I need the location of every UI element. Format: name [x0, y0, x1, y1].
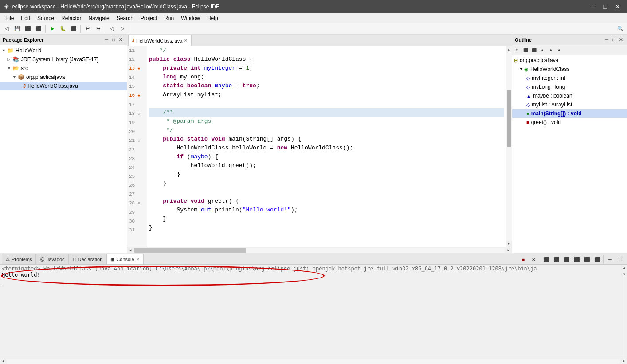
- menu-edit[interactable]: Edit: [17, 14, 34, 22]
- minimize-button[interactable]: ─: [587, 2, 599, 12]
- bottom-tab-console[interactable]: ▣ Console ✕: [106, 254, 143, 264]
- javadoc-icon: @: [40, 257, 44, 262]
- code-line-30: }: [149, 215, 504, 223]
- toolbar-btn-4[interactable]: ↩: [82, 24, 92, 34]
- outline-item-myinteger[interactable]: ◇ myInteger : int: [512, 74, 627, 82]
- maximize-button[interactable]: □: [600, 2, 611, 12]
- outline-item-greet[interactable]: ■ greet() : void: [512, 118, 627, 127]
- window-title: eclipse-workspace - HelloWorld/src/org/p…: [12, 4, 219, 10]
- scroll-right-arrow[interactable]: ►: [506, 248, 512, 252]
- editor-tab-helloworld[interactable]: J HelloWorldClass.java ✕: [128, 35, 192, 46]
- pe-minimize-btn[interactable]: ─: [103, 36, 110, 43]
- bottom-btn-1[interactable]: ⬛: [541, 254, 551, 264]
- tree-item-helloworld[interactable]: ▼ 📁 HelloWorld: [0, 46, 127, 55]
- h-scroll-thumb[interactable]: [134, 248, 246, 253]
- outline-item-class[interactable]: ▼ ◉ HelloWorldClass: [512, 65, 627, 74]
- console-content[interactable]: <terminated> HelloWorldClass [Java Appli…: [0, 265, 627, 358]
- tree-item-javafile[interactable]: J HelloWorldClass.java: [0, 82, 127, 90]
- toolbar-nav-next[interactable]: ▷: [118, 24, 127, 34]
- outline-btn-3[interactable]: ⬛: [530, 46, 538, 54]
- outline-btn-6[interactable]: ●: [555, 46, 563, 54]
- console-stop-btn[interactable]: ■: [518, 254, 528, 264]
- tree-arrow-package: ▼: [12, 75, 18, 79]
- scroll-thumb[interactable]: [507, 90, 511, 147]
- outline-label-maybe: maybe : boolean: [533, 93, 572, 99]
- pe-maximize-btn[interactable]: □: [110, 36, 117, 43]
- outline-btn-1[interactable]: ⇕: [513, 46, 521, 54]
- console-scrollbar-h[interactable]: ◄ ►: [0, 358, 627, 364]
- toolbar-save-btn[interactable]: 💾: [12, 24, 22, 34]
- outline-minimize-btn[interactable]: ─: [603, 36, 610, 43]
- bottom-btn-2[interactable]: ⬛: [552, 254, 561, 264]
- editor-scrollbar-v[interactable]: ▲ ▼: [506, 46, 512, 247]
- code-editor[interactable]: 11 12 13 ◆ 14 15 16 ◆ 17 18 ⊖ 19 20 21 ⊖…: [127, 46, 512, 247]
- console-input-line[interactable]: [2, 278, 625, 284]
- toolbar-btn-3[interactable]: ⬛: [69, 24, 78, 34]
- toolbar-back-btn[interactable]: ◁: [2, 24, 12, 34]
- menu-refactor[interactable]: Refactor: [58, 14, 85, 22]
- console-clear-btn[interactable]: ✕: [529, 254, 538, 264]
- toolbar-btn-2[interactable]: ⬛: [34, 24, 43, 34]
- pe-close-btn[interactable]: ✕: [117, 36, 124, 43]
- scroll-down-arrow[interactable]: ▼: [506, 241, 512, 247]
- toolbar-search-btn[interactable]: 🔍: [615, 24, 625, 34]
- bottom-btn-5[interactable]: ⬛: [582, 254, 592, 264]
- console-scroll-left[interactable]: ◄: [0, 359, 6, 363]
- console-h-track[interactable]: [7, 359, 620, 364]
- scroll-left-arrow[interactable]: ◄: [127, 248, 133, 252]
- bottom-minimize-btn[interactable]: ─: [605, 254, 615, 264]
- outline-item-mylist[interactable]: ◇ myList : ArrayList: [512, 100, 627, 109]
- outline-item-mylong[interactable]: ◇ myLong : long: [512, 82, 627, 91]
- h-scroll-track[interactable]: [134, 248, 505, 253]
- menu-search[interactable]: Search: [113, 14, 137, 22]
- toolbar-nav-prev[interactable]: ◁: [107, 24, 117, 34]
- toolbar-btn-5[interactable]: ↪: [93, 24, 103, 34]
- console-tab-close[interactable]: ✕: [136, 257, 140, 262]
- menu-window[interactable]: Window: [177, 14, 204, 22]
- outline-maximize-btn[interactable]: □: [610, 36, 617, 43]
- toolbar-run-btn[interactable]: ▶: [47, 24, 57, 34]
- bottom-tab-problems[interactable]: ⚠ Problems: [2, 254, 36, 264]
- bottom-btn-3[interactable]: ⬛: [562, 254, 572, 264]
- outline-item-pkg[interactable]: ⊞ org.practicaljava: [512, 56, 627, 65]
- console-scroll-up[interactable]: ▲: [621, 265, 627, 271]
- scroll-track[interactable]: [506, 52, 512, 241]
- menu-project[interactable]: Project: [137, 14, 161, 22]
- close-button[interactable]: ✕: [612, 2, 623, 12]
- menu-help[interactable]: Help: [204, 14, 222, 22]
- console-scroll-right[interactable]: ►: [621, 359, 627, 363]
- bottom-tab-javadoc[interactable]: @ Javadoc: [36, 254, 68, 264]
- tree-item-package[interactable]: ▼ 📦 org.practicaljava: [0, 73, 127, 82]
- tree-item-src[interactable]: ▼ 📂 src: [0, 64, 127, 73]
- outline-item-main[interactable]: ● main(String[]) : void: [512, 109, 627, 118]
- outline-btn-5[interactable]: ●: [547, 46, 555, 54]
- bottom-btn-4[interactable]: ⬛: [572, 254, 582, 264]
- code-line-23: if (maybe) {: [149, 153, 504, 161]
- outline-btn-4[interactable]: ▲: [538, 46, 546, 54]
- toolbar-sep-1: [45, 25, 46, 33]
- toolbar-sep-2: [80, 25, 81, 33]
- outline-close-btn[interactable]: ✕: [617, 36, 624, 43]
- package-icon: 📦: [18, 74, 24, 80]
- console-scrollbar[interactable]: ▲ ▼: [621, 265, 627, 358]
- project-icon: 📁: [7, 47, 14, 54]
- menu-run[interactable]: Run: [161, 14, 177, 22]
- menu-source[interactable]: Source: [34, 14, 58, 22]
- console-scroll-down[interactable]: ▼: [621, 271, 627, 277]
- toolbar-debug-btn[interactable]: 🐛: [58, 24, 68, 34]
- menu-file[interactable]: File: [2, 14, 17, 22]
- outline-item-maybe[interactable]: ▲ maybe : boolean: [512, 91, 627, 100]
- outline-label-greet: greet() : void: [531, 119, 561, 125]
- editor-scrollbar-h[interactable]: ◄ ►: [127, 247, 512, 253]
- toolbar-btn-1[interactable]: ⬛: [23, 24, 33, 34]
- tree-item-jre[interactable]: ▷ 📚 JRE System Library [JavaSE-17]: [0, 55, 127, 64]
- console-cursor: [2, 278, 2, 284]
- outline-btn-2[interactable]: ⬛: [521, 46, 529, 54]
- code-content[interactable]: */ public class HelloWorldClass { privat…: [147, 46, 506, 247]
- scroll-up-arrow[interactable]: ▲: [506, 46, 512, 52]
- bottom-btn-6[interactable]: ⬛: [592, 254, 602, 264]
- tab-close-btn[interactable]: ✕: [184, 38, 188, 43]
- bottom-maximize-btn[interactable]: □: [615, 254, 625, 264]
- menu-navigate[interactable]: Navigate: [85, 14, 113, 22]
- bottom-tab-declaration[interactable]: ◻ Declaration: [69, 254, 107, 264]
